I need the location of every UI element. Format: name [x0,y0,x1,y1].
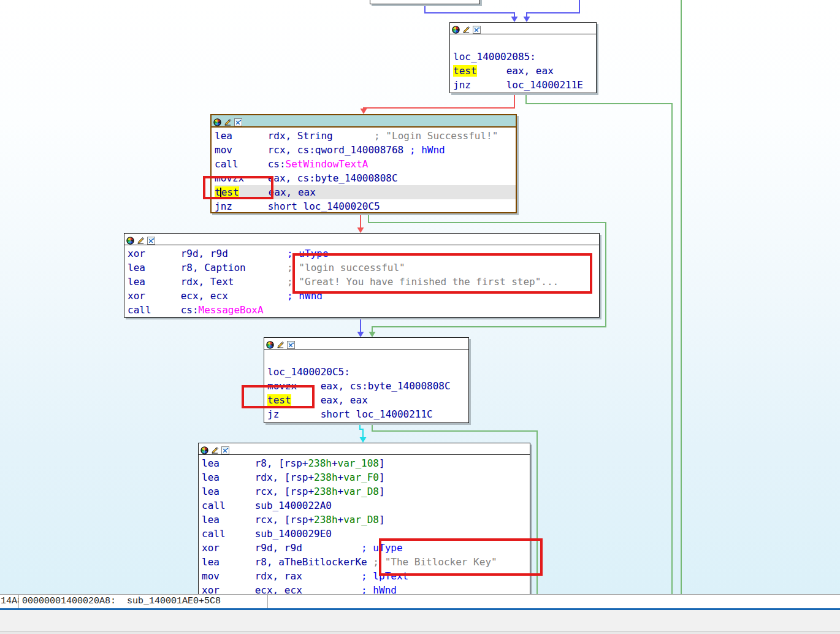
edge-arrowhead [511,17,518,22]
node-titlebar[interactable] [212,115,516,128]
asm-token: ; hWnd [361,584,397,594]
edge-arrowhead [361,109,367,114]
asm-token: 238h [314,472,338,483]
node-titlebar[interactable] [199,443,530,455]
edge-arrowhead [524,17,530,22]
node-edit-icon[interactable] [137,235,145,243]
asm-token: jnz short loc_1400020C5 [215,201,380,212]
node-titlebar[interactable] [450,23,596,34]
asm-line[interactable]: call cs:SetWindowTextA [215,157,516,171]
edge-red-2 [364,93,514,109]
asm-token [234,276,287,288]
asm-token: call sub_1400022A0 [202,500,332,511]
annotation-box-3 [379,538,543,576]
edge-green-3 [526,93,672,594]
asm-line[interactable]: loc_140002085: [453,50,596,64]
node-color-icon[interactable] [452,25,460,32]
asm-token: mov rcx, cs:qword_140008768 [215,144,410,156]
asm-token: + [338,486,344,497]
asm-token: lea r8, aTheBitlockerKe [202,556,373,568]
asm-token: lea rcx, [rsp+ [202,514,314,525]
asm-line[interactable] [453,36,596,50]
node-color-icon[interactable] [213,117,221,125]
edge-arrowhead [357,227,364,233]
asm-token: var_D8 [343,486,379,497]
edge-cyan-8 [360,423,363,438]
asm-line[interactable]: mov rcx, cs:qword_140008768 ; hWnd [215,143,516,157]
asm-token: var_F0 [343,472,379,483]
status-cell-1: 00000001400020A8: sub_140001AE0+5C8 [19,595,268,608]
asm-token: var_D8 [343,514,379,525]
output-panel[interactable] [0,610,840,634]
asm-token [333,130,374,142]
ida-graph-window: loc_140002085:test eax, eaxjnz loc_14000… [0,0,840,634]
node-color-icon[interactable] [200,445,208,453]
node-edit-icon[interactable] [211,445,219,453]
node-edit-icon[interactable] [277,340,284,348]
graph-node-top-partial[interactable] [370,0,480,4]
asm-token: lea rdx, String [215,130,333,142]
edge-blue-0 [425,5,514,17]
asm-token: var_108 [338,457,379,469]
asm-token: lea r8, [rsp+ [202,457,308,469]
asm-token: MessageBoxA [199,304,264,316]
edge-arrowhead [360,437,367,443]
node-edit-icon[interactable] [462,25,470,32]
annotation-box-1 [292,253,592,294]
asm-token: xor r9d, r9d [202,542,302,554]
graph-view[interactable]: loc_140002085:test eax, eaxjnz loc_14000… [0,0,840,594]
asm-token: + [332,457,338,469]
status-cell-0: 14A8 [0,595,19,608]
asm-token: ] [379,514,385,525]
asm-token: ; hWnd [410,144,445,156]
asm-token: ; "Login Successful!" [374,130,498,142]
asm-line[interactable]: xor ecx, ecx ; hWnd [202,583,530,594]
asm-line[interactable]: jz short loc_14000211C [267,407,468,421]
node-code [370,0,479,1]
asm-line[interactable]: lea rcx, [rsp+238h+var_D8] [202,484,530,498]
node-edit-icon[interactable] [224,117,232,125]
asm-token [246,262,287,273]
asm-token: xor ecx, ecx [128,290,228,302]
asm-token [302,542,361,554]
panel-strip [0,632,840,634]
asm-token: xor r9d, r9d [128,248,228,259]
asm-token: jz short loc_14000211C [267,408,433,420]
node-flowchart-icon[interactable] [287,340,295,348]
asm-token: call cs: [215,158,286,170]
asm-token: call sub_1400029E0 [202,528,332,540]
asm-line[interactable]: call cs:MessageBoxA [128,303,599,317]
edge-arrowhead [357,332,364,337]
asm-token: eax, eax [477,65,554,77]
asm-line[interactable] [267,351,468,365]
asm-token: lea rcx, [rsp+ [202,486,314,497]
node-flowchart-icon[interactable] [147,235,155,243]
node-titlebar[interactable] [124,234,599,245]
asm-token: jnz loc_14000211E [453,79,583,91]
asm-line[interactable]: test eax, eax [453,64,596,78]
node-titlebar[interactable] [264,338,468,349]
asm-line[interactable]: lea rcx, [rsp+238h+var_D8] [202,513,530,527]
asm-line[interactable]: call sub_1400022A0 [202,498,530,513]
status-bar: 14A800000001400020A8: sub_140001AE0+5C8 [0,594,840,608]
asm-line[interactable]: jnz loc_14000211E [453,78,596,92]
asm-token: lea rdx, [rsp+ [202,472,314,483]
graph-node-loc_140002085[interactable]: loc_140002085:test eax, eaxjnz loc_14000… [449,22,597,93]
asm-line[interactable]: lea rdx, [rsp+238h+var_F0] [202,470,530,484]
asm-token: ] [379,457,385,469]
node-flowchart-icon[interactable] [221,445,229,453]
asm-token: + [338,472,344,483]
asm-token: ] [379,486,385,497]
asm-token: + [338,514,344,525]
asm-line[interactable]: loc_1400020C5: [267,365,468,379]
graph-node-loc_1400020C5[interactable]: loc_1400020C5:movzx eax, cs:byte_1400080… [264,337,469,423]
asm-token: xor ecx, ecx [202,584,302,594]
node-color-icon[interactable] [266,340,274,348]
node-flowchart-icon[interactable] [473,25,481,32]
asm-line[interactable]: lea r8, [rsp+238h+var_108] [202,456,530,470]
asm-line[interactable]: jnz short loc_1400020C5 [215,199,516,213]
asm-token: lea r8, Caption [128,262,246,273]
asm-line[interactable]: lea rdx, String ; "Login Successful!" [215,129,516,143]
node-flowchart-icon[interactable] [234,117,242,125]
node-color-icon[interactable] [126,235,134,243]
